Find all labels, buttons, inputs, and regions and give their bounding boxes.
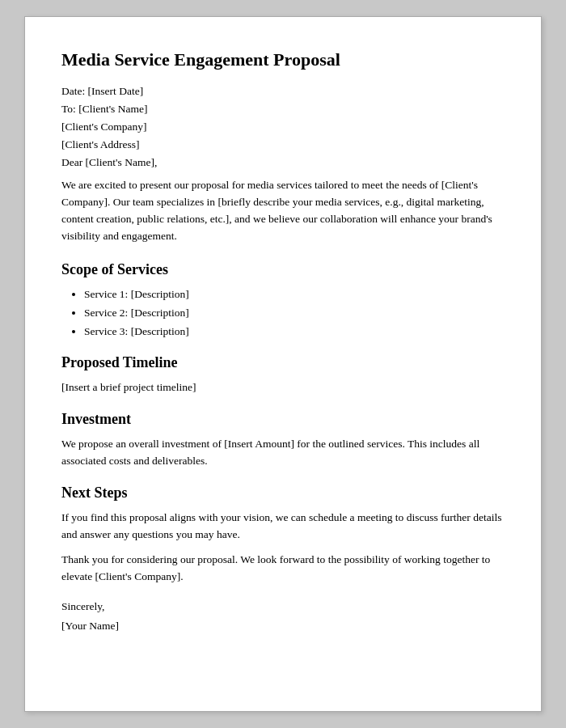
investment-heading: Investment bbox=[61, 411, 505, 428]
service-item-2: Service 2: [Description] bbox=[84, 305, 505, 321]
services-list: Service 1: [Description] Service 2: [Des… bbox=[84, 286, 505, 341]
document: Media Service Engagement Proposal Date: … bbox=[24, 16, 542, 712]
intro-paragraph: We are excited to present our proposal f… bbox=[61, 177, 505, 245]
document-title: Media Service Engagement Proposal bbox=[61, 49, 505, 70]
date-line: Date: [Insert Date] bbox=[61, 85, 505, 98]
closing-name: [Your Name] bbox=[61, 620, 505, 633]
service-item-1: Service 1: [Description] bbox=[84, 286, 505, 303]
timeline-section: Proposed Timeline [Insert a brief projec… bbox=[61, 354, 505, 396]
scope-section: Scope of Services Service 1: [Descriptio… bbox=[61, 261, 505, 341]
company-line: [Client's Company] bbox=[61, 121, 505, 133]
next-steps-heading: Next Steps bbox=[61, 485, 505, 502]
to-line: To: [Client's Name] bbox=[61, 103, 505, 116]
investment-section: Investment We propose an overall investm… bbox=[61, 411, 505, 470]
investment-body: We propose an overall investment of [Ins… bbox=[61, 436, 505, 470]
next-steps-para1: If you find this proposal aligns with yo… bbox=[61, 510, 505, 544]
address-line: [Client's Address] bbox=[61, 138, 505, 151]
timeline-heading: Proposed Timeline bbox=[61, 354, 505, 371]
next-steps-section: Next Steps If you find this proposal ali… bbox=[61, 485, 505, 586]
scope-heading: Scope of Services bbox=[61, 261, 505, 278]
closing-sincerely: Sincerely, bbox=[61, 600, 505, 613]
greeting: Dear [Client's Name], bbox=[61, 156, 505, 169]
service-item-3: Service 3: [Description] bbox=[84, 324, 505, 340]
timeline-body: [Insert a brief project timeline] bbox=[61, 379, 505, 396]
next-steps-para2: Thank you for considering our proposal. … bbox=[61, 552, 505, 586]
